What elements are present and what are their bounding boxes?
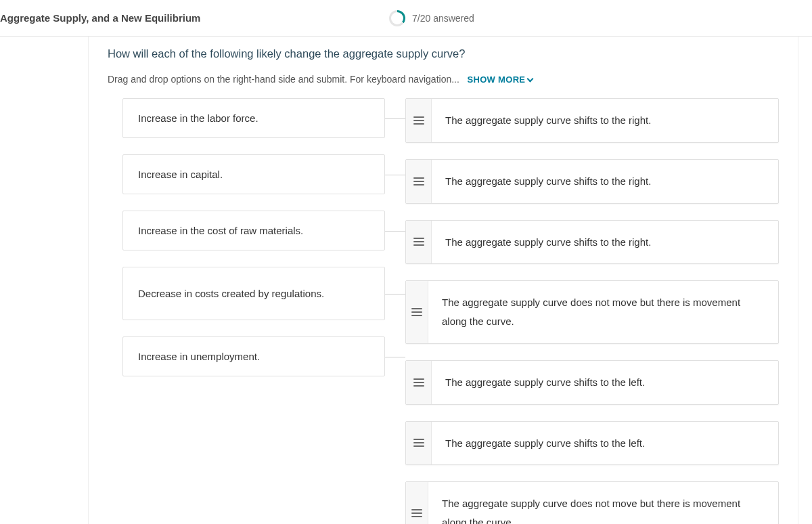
answer-text: The aggregate supply curve shifts to the… [432, 361, 658, 404]
drag-handle-icon[interactable] [406, 160, 432, 203]
drag-handle-icon[interactable] [406, 482, 428, 524]
drag-handle-icon[interactable] [406, 422, 432, 465]
prompt-box: Increase in the cost of raw materials. [122, 211, 385, 250]
drag-handle-icon[interactable] [406, 281, 428, 343]
prompt-row: Decrease in costs created by regulations… [122, 267, 385, 320]
prompt-row: Increase in the cost of raw materials. [122, 211, 385, 250]
connector-line [385, 231, 405, 232]
drag-handle-icon[interactable] [406, 99, 432, 142]
drag-handle-icon[interactable] [406, 221, 432, 264]
answer-text: The aggregate supply curve shifts to the… [432, 221, 664, 264]
prompt-row: Increase in capital. [122, 154, 385, 194]
answer-text: The aggregate supply curve does not move… [428, 482, 778, 524]
question-instructions: Drag and drop options on the right-hand … [89, 64, 798, 98]
show-more-label: SHOW MORE [468, 74, 526, 85]
connector-line [385, 357, 405, 357]
drag-handle-icon[interactable] [406, 361, 432, 404]
answer-option[interactable]: The aggregate supply curve does not move… [405, 280, 779, 344]
question-panel: How will each of the following likely ch… [88, 37, 798, 524]
prompt-box: Increase in the labor force. [122, 98, 385, 138]
connector-line [385, 118, 405, 119]
answer-option[interactable]: The aggregate supply curve shifts to the… [405, 159, 779, 204]
progress-text: 7/20 answered [412, 13, 474, 24]
prompt-box: Increase in capital. [122, 154, 385, 194]
progress-indicator: 7/20 answered [389, 10, 474, 26]
answer-text: The aggregate supply curve shifts to the… [432, 99, 664, 142]
chevron-down-icon [527, 76, 534, 83]
connector-line [385, 294, 405, 294]
question-text: How will each of the following likely ch… [89, 37, 798, 64]
prompt-row: Increase in the labor force. [122, 98, 385, 138]
prompt-box: Increase in unemployment. [122, 336, 385, 376]
connector-line [385, 175, 405, 175]
instructions-text: Drag and drop options on the right-hand … [108, 74, 459, 85]
answer-text: The aggregate supply curve shifts to the… [432, 422, 658, 465]
prompt-row: Increase in unemployment. [122, 336, 385, 376]
answers-column: The aggregate supply curve shifts to the… [405, 98, 779, 524]
page-header: Aggregate Supply, and a New Equilibrium … [0, 0, 812, 37]
answer-option[interactable]: The aggregate supply curve shifts to the… [405, 421, 779, 466]
match-area: Increase in the labor force. Increase in… [89, 98, 798, 524]
prompts-column: Increase in the labor force. Increase in… [108, 98, 385, 524]
progress-ring-icon [389, 10, 405, 26]
prompt-box: Decrease in costs created by regulations… [122, 267, 385, 320]
show-more-button[interactable]: SHOW MORE [468, 74, 533, 85]
answer-text: The aggregate supply curve shifts to the… [432, 160, 664, 203]
answer-option[interactable]: The aggregate supply curve shifts to the… [405, 220, 779, 265]
answer-option[interactable]: The aggregate supply curve shifts to the… [405, 360, 779, 405]
answer-option[interactable]: The aggregate supply curve shifts to the… [405, 98, 779, 143]
answer-option[interactable]: The aggregate supply curve does not move… [405, 481, 779, 524]
answer-text: The aggregate supply curve does not move… [428, 281, 778, 343]
page-title: Aggregate Supply, and a New Equilibrium [0, 12, 389, 24]
